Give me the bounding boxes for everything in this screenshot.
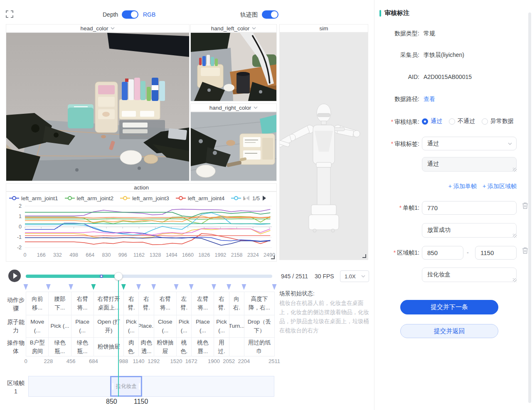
timeline-marker-icon[interactable] [136,284,141,290]
timeline-marker-icon[interactable] [121,284,126,290]
legend-item[interactable]: le [231,195,245,201]
data-path-link[interactable]: 查看 [424,96,435,103]
submit-next-button[interactable]: 提交并下一条 [400,300,498,314]
data-path-label: 数据路径: [374,96,419,103]
playhead-cursor[interactable] [118,276,119,397]
current-frame: 945 [281,273,291,280]
hand-right-camera-header[interactable]: hand_right_color [190,103,277,112]
textarea-resize-grip[interactable] [513,168,517,172]
head-camera-title: head_color [81,25,108,32]
textarea-resize-grip[interactable] [513,234,517,238]
legend-item[interactable]: left_arm_joint1 [9,195,58,201]
delete-region-frame-icon[interactable] [522,247,529,254]
timeline-marker-icon[interactable] [91,284,96,290]
timeline-marker-icon[interactable] [173,284,179,290]
timeline-marker-icon[interactable] [272,284,277,290]
svg-text:2324: 2324 [247,252,259,258]
sim-resize-handle[interactable] [362,254,366,258]
segment-action-cell: 右臂将... [154,292,177,315]
timeline-marker-icon[interactable] [189,284,194,290]
legend-marker-icon [9,196,19,200]
action-chart-header: action [6,183,277,191]
hand-left-camera-title: hand_left_color [211,25,249,32]
playback-speed-select[interactable]: 1.0X [340,270,369,282]
review-tag-value: 通过 [427,140,439,147]
action-chart-title: action [134,184,149,191]
legend-marker-icon [120,196,130,200]
review-result-option[interactable]: 不通过 [449,118,475,125]
segment-object-cell: 粉饼抽屉 [154,338,177,356]
sim-panel-header[interactable]: sim [279,24,368,32]
toggle-knob [131,11,138,18]
progress-slider[interactable] [26,275,272,278]
region-track-band[interactable] [28,376,274,397]
region-frame-segment[interactable]: 拉化妆盒 [110,376,142,397]
review-tag-note[interactable]: 通过 [422,157,517,172]
single-frame-note[interactable]: 放置成功 [422,223,517,238]
review-tag-label: *审核标签: [374,140,419,148]
region-name: 拉化妆盒 [116,383,137,390]
add-frame-links: + 添加单帧 + 添加区域帧 [422,183,517,190]
frame-axis-label: 2511 [265,358,283,364]
timeline-marker-icon[interactable] [151,284,156,290]
timeline-marker-icon[interactable] [23,284,29,290]
sidebar-scrollbar[interactable] [528,12,531,403]
annotation-review-app: Depth RGB 轨迹图 head_color [0,0,532,410]
submit-back-button[interactable]: 提交并返回 [400,324,498,338]
single-frame-input[interactable] [422,201,517,215]
review-tag-select[interactable]: 通过 [422,137,517,150]
timeline-marker-icon[interactable] [226,284,232,290]
legend-next-icon[interactable] [263,196,266,201]
add-single-frame-link[interactable]: + 添加单帧 [448,183,477,190]
add-region-frame-link[interactable]: + 添加区域帧 [483,183,517,190]
progress-handle[interactable] [114,272,123,280]
timeline-marker-icon[interactable] [241,284,246,290]
segment-action-cell: 右臂. [124,292,139,315]
region-right-handle[interactable] [139,383,140,390]
segment-action-cell: 向右. [229,292,244,315]
region-left-handle[interactable] [112,383,113,390]
fps-label: 30 FPS [315,273,334,280]
region-start-input[interactable] [422,246,463,260]
segment-action-cell: 右臂. [214,292,229,315]
timeline-marker-icon[interactable] [46,284,51,290]
sim-robot-view [279,32,368,260]
segment-object-cell: 桃色唇... [192,338,214,356]
segment-object-cell: 粉饼抽屉 [94,338,124,356]
single-frame-dot[interactable] [100,275,103,278]
svg-text:1: 1 [19,214,22,219]
review-result-label: *审核结果: [374,118,419,126]
review-sidebar: 审核标注 数据类型: 常规 采集员: 李轶晨(liyichen) AID: A2… [374,0,532,410]
region-end-input[interactable] [475,246,517,260]
trajectory-toggle[interactable] [262,10,278,19]
segment-ability-cell: Close (... [154,315,177,338]
legend-item[interactable]: left_arm_joint3 [120,195,169,201]
region-frame-note[interactable]: 拉化妆盒 [422,268,517,282]
legend-item[interactable]: left_arm_joint2 [65,195,114,201]
segment-action-cell: 右臂将... [71,292,94,315]
chevron-down-icon [111,27,115,29]
fullscreen-icon[interactable] [6,10,13,18]
chart-resize-handle[interactable] [271,255,275,259]
segment-ability-cell: Pick (... [214,315,229,338]
radio-icon [449,118,455,125]
delete-single-frame-icon[interactable] [522,202,529,209]
review-result-option[interactable]: 异常数据 [482,118,514,125]
frame-axis-label: 684 [84,358,103,364]
timeline-marker-icon[interactable] [211,284,217,290]
sidebar-content: 审核标注 数据类型: 常规 采集员: 李轶晨(liyichen) AID: A2… [374,0,532,338]
segment-object-cell: 用过. [214,338,229,356]
legend-item[interactable]: left_arm_joint4 [176,195,225,201]
depth-rgb-toggle[interactable] [122,10,138,19]
review-result-option[interactable]: 通过 [422,118,442,125]
head-camera-feed [6,32,190,181]
timeline-marker-icon[interactable] [68,284,74,290]
hand-left-camera-header[interactable]: hand_left_color [190,24,277,32]
play-button[interactable] [8,270,21,282]
legend-prev-icon[interactable] [246,196,249,201]
head-camera-header[interactable]: head_color [6,24,190,32]
collector-value: 李轶晨(liyichen) [424,52,464,59]
svg-text:0: 0 [24,252,27,258]
frame-axis-label: 228 [39,358,57,364]
textarea-resize-grip[interactable] [513,278,517,282]
